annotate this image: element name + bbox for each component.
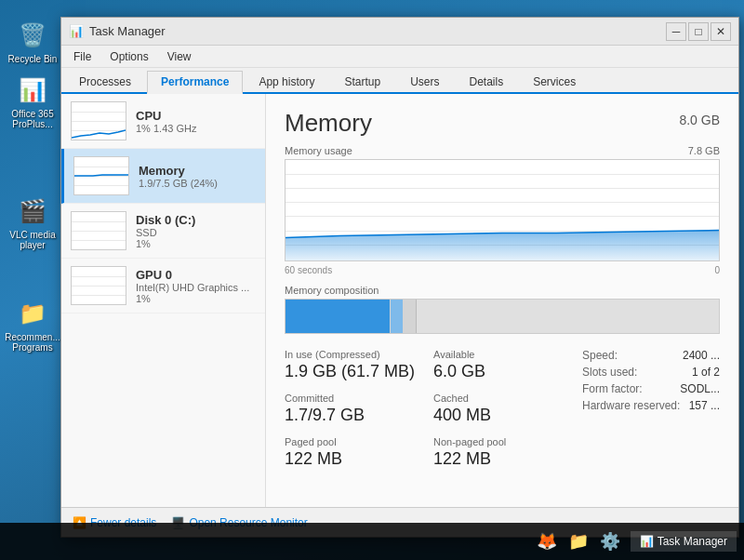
memory-thumb: [73, 156, 129, 195]
sidebar: CPU 1% 1.43 GHz: [61, 94, 266, 507]
tab-services[interactable]: Services: [519, 71, 590, 92]
desktop-icons: 🗑️ Recycle Bin 📊 Office 365 ProPlus... 🎬…: [5, 19, 60, 353]
non-paged-label: Non-paged pool: [433, 436, 571, 447]
tab-performance[interactable]: Performance: [147, 71, 243, 94]
tab-users[interactable]: Users: [396, 71, 453, 92]
content-title: Memory: [285, 109, 372, 138]
comp-free: [416, 300, 719, 333]
taskmanager-window: 📊 Task Manager ─ □ ✕ File Options View P…: [60, 17, 739, 538]
cached-value: 400 MB: [433, 406, 571, 425]
tabs-bar: Processes Performance App history Startu…: [61, 68, 738, 94]
tab-details[interactable]: Details: [455, 71, 517, 92]
taskbar: 🦊 📁 ⚙️ 📊 Task Manager: [0, 523, 744, 560]
sidebar-item-disk[interactable]: Disk 0 (C:) SSD 1%: [61, 204, 265, 259]
programs-icon[interactable]: 📁 Recommen... Programs: [5, 297, 60, 353]
stats-col1: In use (Compressed) 1.9 GB (61.7 MB) Com…: [285, 349, 422, 469]
main-content: CPU 1% 1.43 GHz: [61, 94, 738, 507]
gpu-thumb: [71, 266, 126, 305]
disk-name: Disk 0 (C:): [136, 213, 256, 227]
cpu-detail: 1% 1.43 GHz: [136, 123, 256, 134]
non-paged-value: 122 MB: [433, 449, 571, 469]
stats-col2: Available 6.0 GB Cached 400 MB Non-paged…: [433, 349, 571, 469]
office365-label: Office 365 ProPlus...: [5, 109, 60, 129]
vlc-icon[interactable]: 🎬 VLC media player: [5, 194, 60, 250]
available-label: Available: [433, 349, 571, 360]
title-bar: 📊 Task Manager ─ □ ✕: [61, 18, 738, 46]
available-value: 6.0 GB: [433, 362, 571, 381]
memory-detail: 1.9/7.5 GB (24%): [139, 178, 256, 189]
tab-startup[interactable]: Startup: [330, 71, 394, 92]
time-left: 60 seconds: [285, 265, 332, 275]
taskbar-icons: 🦊 📁 ⚙️: [534, 528, 623, 554]
taskmanager-taskbar-label: Task Manager: [658, 535, 727, 548]
chart-max-label: 7.8 GB: [688, 145, 720, 156]
paged-pool-value: 122 MB: [285, 449, 422, 469]
sidebar-item-memory[interactable]: Memory 1.9/7.5 GB (24%): [61, 149, 265, 204]
gpu-percent: 1%: [136, 293, 256, 304]
form-factor-value: SODL...: [680, 382, 720, 395]
slots-label: Slots used:: [582, 366, 637, 379]
sidebar-item-gpu[interactable]: GPU 0 Intel(R) UHD Graphics ... 1%: [61, 259, 265, 313]
window-icon: 📊: [69, 24, 84, 38]
in-use-label: In use (Compressed): [285, 349, 422, 360]
memory-name: Memory: [139, 164, 256, 178]
programs-label: Recommen... Programs: [5, 332, 60, 353]
desktop: 🗑️ Recycle Bin 📊 Office 365 ProPlus... 🎬…: [0, 0, 744, 560]
firefox-icon[interactable]: 🦊: [534, 528, 560, 554]
menu-options[interactable]: Options: [101, 47, 156, 66]
disk-thumb: [71, 211, 126, 250]
time-right: 0: [714, 265, 720, 275]
menu-view[interactable]: View: [159, 47, 200, 66]
chart-time-labels: 60 seconds 0: [285, 265, 720, 275]
menu-file[interactable]: File: [65, 47, 100, 66]
tab-processes[interactable]: Processes: [65, 71, 145, 92]
close-button[interactable]: ✕: [711, 22, 731, 41]
disk-percent: 1%: [136, 238, 256, 249]
hw-reserved-label: Hardware reserved:: [582, 399, 680, 412]
composition-bar: [285, 299, 720, 334]
office365-icon[interactable]: 📊 Office 365 ProPlus...: [5, 73, 60, 129]
comp-in-use: [286, 300, 390, 333]
gpu-model: Intel(R) UHD Graphics ...: [136, 282, 256, 293]
recycle-bin-label: Recycle Bin: [8, 54, 58, 64]
content-pane: Memory 8.0 GB Memory usage 7.8 GB: [266, 94, 738, 507]
committed-label: Committed: [285, 393, 422, 404]
cpu-thumb: [71, 101, 126, 140]
paged-pool-label: Paged pool: [285, 436, 422, 447]
cpu-name: CPU: [136, 109, 256, 123]
taskmanager-taskbar-button[interactable]: 📊 Task Manager: [631, 531, 737, 552]
vlc-label: VLC media player: [5, 230, 60, 250]
tab-apphistory[interactable]: App history: [245, 71, 328, 92]
in-use-value: 1.9 GB (61.7 MB): [285, 362, 422, 381]
minimize-button[interactable]: ─: [666, 22, 686, 41]
folder-icon[interactable]: 📁: [565, 528, 591, 554]
disk-type: SSD: [136, 227, 256, 238]
committed-value: 1.7/9.7 GB: [285, 406, 422, 425]
window-title: Task Manager: [89, 24, 166, 38]
chart-label: Memory usage 7.8 GB: [285, 145, 720, 156]
slots-value: 1 of 2: [692, 366, 720, 379]
stats-col3: Speed: 2400 ... Slots used: 1 of 2 Form …: [582, 349, 720, 469]
menu-bar: File Options View: [61, 46, 738, 68]
recycle-bin-icon[interactable]: 🗑️ Recycle Bin: [5, 19, 60, 64]
comp-modified: [390, 300, 403, 333]
content-header: Memory 8.0 GB: [285, 109, 720, 138]
memory-usage-chart: [285, 159, 720, 261]
gpu-name: GPU 0: [136, 268, 256, 282]
comp-standby: [403, 300, 416, 333]
hw-reserved-value: 157 ...: [689, 399, 720, 412]
settings-icon[interactable]: ⚙️: [597, 528, 623, 554]
form-factor-label: Form factor:: [582, 382, 643, 395]
speed-value: 2400 ...: [683, 349, 720, 362]
maximize-button[interactable]: □: [688, 22, 709, 41]
composition-label: Memory composition: [285, 285, 720, 296]
svg-marker-0: [286, 231, 719, 260]
taskmanager-taskbar-icon: 📊: [640, 535, 654, 548]
cached-label: Cached: [433, 393, 571, 404]
speed-label: Speed:: [582, 349, 618, 362]
content-total: 8.0 GB: [679, 113, 720, 127]
sidebar-item-cpu[interactable]: CPU 1% 1.43 GHz: [61, 94, 265, 149]
